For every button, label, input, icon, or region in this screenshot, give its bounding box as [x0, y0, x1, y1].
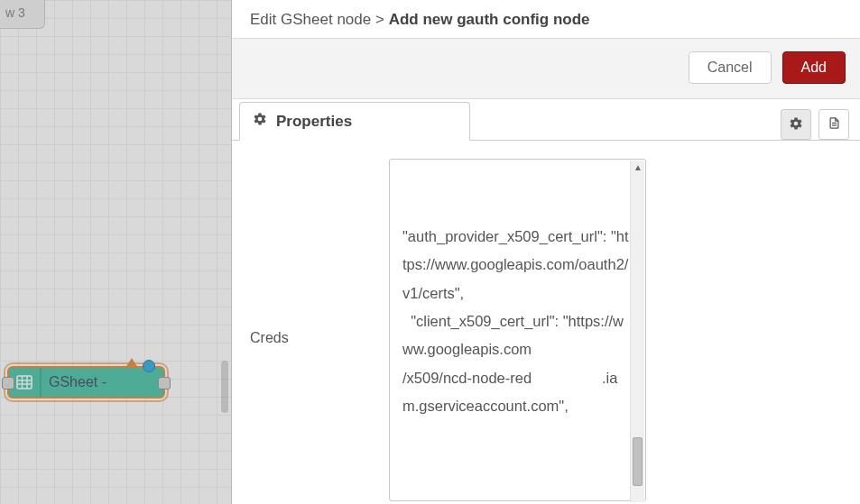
- node-settings-button[interactable]: [781, 109, 811, 140]
- flow-tab-label: w 3: [5, 5, 25, 20]
- gsheet-node[interactable]: GSheet -: [7, 366, 165, 399]
- node-docs-button[interactable]: [818, 109, 849, 140]
- tab-properties-label: Properties: [276, 113, 352, 131]
- creds-input[interactable]: [389, 159, 646, 501]
- canvas-dim-overlay: [0, 0, 231, 504]
- creds-field-wrap: ▲: [389, 159, 646, 504]
- cancel-button[interactable]: Cancel: [689, 51, 772, 84]
- document-icon: [828, 115, 841, 133]
- node-status-icon: [143, 360, 155, 372]
- tab-properties[interactable]: Properties: [239, 102, 470, 141]
- breadcrumb-prev[interactable]: Edit GSheet node: [250, 11, 371, 28]
- node-output-port[interactable]: [158, 377, 171, 389]
- properties-form: Creds ▲: [232, 141, 860, 504]
- node-red-canvas[interactable]: w 3 GSheet -: [0, 0, 232, 504]
- node-label: GSheet -: [49, 374, 106, 390]
- flow-tab[interactable]: w 3: [0, 0, 45, 29]
- gear-icon: [789, 116, 803, 133]
- tray-actions: Cancel Add: [232, 39, 860, 99]
- breadcrumb-current: Add new gauth config node: [389, 11, 590, 28]
- edit-tray: Edit GSheet node > Add new gauth config …: [232, 0, 860, 504]
- node-changed-icon: [125, 358, 138, 368]
- tray-tabs: Properties: [232, 99, 860, 141]
- node-input-port[interactable]: [2, 377, 14, 389]
- creds-label: Creds: [250, 159, 367, 346]
- spreadsheet-icon: [16, 374, 32, 390]
- node-icon-separator: [40, 368, 42, 397]
- breadcrumb-separator: >: [375, 11, 384, 28]
- breadcrumb: Edit GSheet node > Add new gauth config …: [232, 0, 860, 39]
- gear-icon: [253, 112, 267, 131]
- svg-rect-0: [17, 376, 32, 389]
- canvas-scrollbar[interactable]: [221, 361, 228, 413]
- add-button[interactable]: Add: [782, 51, 846, 84]
